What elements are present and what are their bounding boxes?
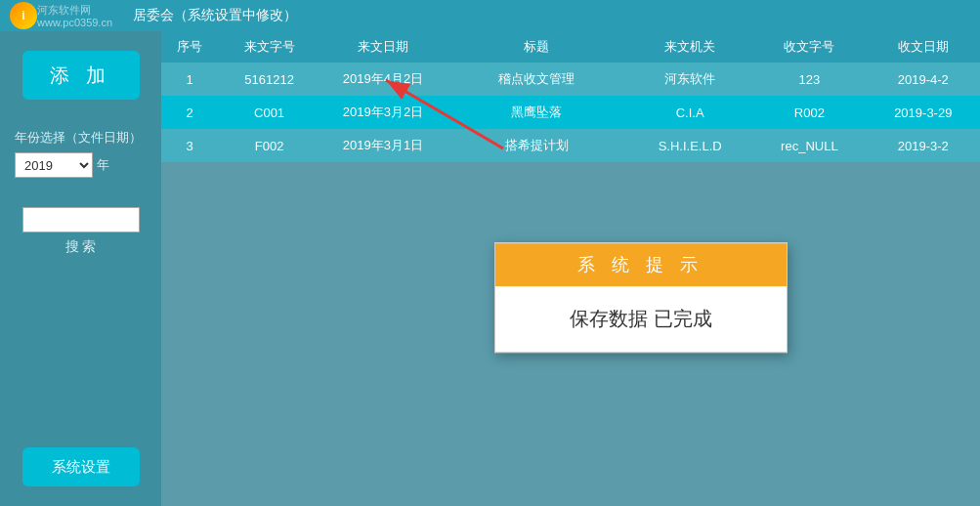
table-cell: 2019-3-2 (867, 129, 980, 162)
settings-button[interactable]: 系统设置 (22, 447, 140, 486)
table-cell: 5161212 (218, 63, 320, 96)
table-cell: 123 (752, 63, 866, 96)
dialog-title: 系 统 提 示 (495, 243, 787, 286)
col-header-laiwenziho: 来文字号 (218, 31, 320, 63)
app-logo: i (10, 2, 37, 29)
dialog-message: 保存数据 已完成 (495, 286, 787, 352)
year-section: 年份选择（文件日期） 2019 2018 2020 年 (15, 129, 147, 178)
content-area: 序号 来文字号 来文日期 标题 来文机关 收文字号 收文日期 151612122… (161, 31, 980, 506)
col-header-biaoti: 标题 (446, 31, 627, 63)
col-header-laiwenjiguan: 来文机关 (627, 31, 752, 63)
col-header-shouwenriqi: 收文日期 (867, 31, 980, 63)
col-header-laiwenriqi: 来文日期 (320, 31, 446, 63)
dialog-box: 系 统 提 示 保存数据 已完成 (494, 242, 788, 353)
add-button[interactable]: 添 加 (22, 51, 140, 100)
dialog-container: 系 统 提 示 保存数据 已完成 (494, 242, 788, 353)
table-cell: S.H.I.E.L.D (627, 129, 752, 162)
title-bar: i 河东软件网 www.pc0359.cn 居委会（系统设置中修改） (0, 0, 980, 31)
year-select[interactable]: 2019 2018 2020 (15, 152, 93, 178)
year-unit: 年 (97, 156, 109, 174)
table-cell: C.I.A (627, 96, 752, 129)
table-row[interactable]: 3F0022019年3月1日搭希提计划S.H.I.E.L.Drec_NULL20… (161, 129, 980, 162)
main-layout: 添 加 年份选择（文件日期） 2019 2018 2020 年 搜 索 系统设置 (0, 31, 980, 506)
table-cell: F002 (218, 129, 320, 162)
table-cell: C001 (218, 96, 320, 129)
table-cell: 稽点收文管理 (446, 63, 627, 96)
site-watermark: 河东软件网 www.pc0359.cn (37, 4, 112, 29)
table-cell: rec_NULL (752, 129, 866, 162)
table-cell: 河东软件 (627, 63, 752, 96)
search-label[interactable]: 搜 索 (65, 238, 97, 256)
col-header-shouwenziho: 收文字号 (752, 31, 866, 63)
data-table: 序号 来文字号 来文日期 标题 来文机关 收文字号 收文日期 151612122… (161, 31, 980, 162)
table-cell: 2019-4-2 (867, 63, 980, 96)
table-cell: 黑鹰坠落 (446, 96, 627, 129)
table-cell: 2019年4月2日 (320, 63, 446, 96)
app-title: 居委会（系统设置中修改） (133, 7, 297, 24)
table-cell: 1 (161, 63, 218, 96)
table-cell: 3 (161, 129, 218, 162)
year-select-wrapper: 2019 2018 2020 年 (15, 152, 147, 178)
table-cell: 搭希提计划 (446, 129, 627, 162)
table-cell: 2019-3-29 (867, 96, 980, 129)
search-section: 搜 索 (15, 207, 147, 256)
year-label: 年份选择（文件日期） (15, 129, 147, 147)
sidebar-bottom: 系统设置 (22, 447, 140, 486)
sidebar: 添 加 年份选择（文件日期） 2019 2018 2020 年 搜 索 系统设置 (0, 31, 161, 506)
search-input[interactable] (22, 207, 140, 232)
col-header-seq: 序号 (161, 31, 218, 63)
watermark-line2: www.pc0359.cn (37, 17, 112, 29)
table-cell: 2019年3月1日 (320, 129, 446, 162)
table-body: 151612122019年4月2日稽点收文管理河东软件1232019-4-22C… (161, 63, 980, 162)
watermark-line1: 河东软件网 (37, 4, 112, 17)
logo-text: i (21, 9, 24, 22)
table-header-row: 序号 来文字号 来文日期 标题 来文机关 收文字号 收文日期 (161, 31, 980, 63)
table-cell: R002 (752, 96, 866, 129)
table-row[interactable]: 151612122019年4月2日稽点收文管理河东软件1232019-4-2 (161, 63, 980, 96)
table-cell: 2019年3月2日 (320, 96, 446, 129)
table-row[interactable]: 2C0012019年3月2日黑鹰坠落C.I.AR0022019-3-29 (161, 96, 980, 129)
table-cell: 2 (161, 96, 218, 129)
